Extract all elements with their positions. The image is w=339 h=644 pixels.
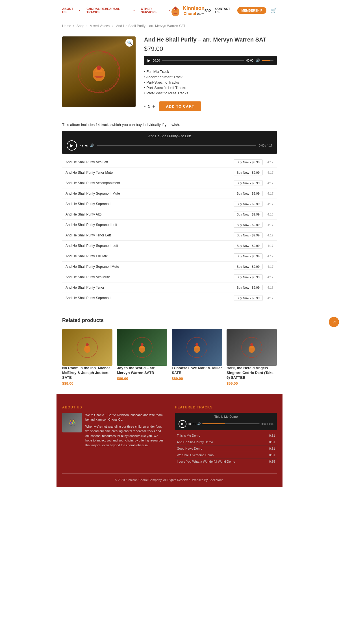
magnify-button[interactable]: 🔍 [125, 39, 133, 47]
buy-now-button[interactable]: Buy Now - $9.99 [234, 232, 263, 238]
track-duration: 4:17 [266, 223, 273, 227]
track-name: And He Shall Purify Soprano II [66, 202, 234, 206]
add-to-cart-button[interactable]: ADD TO CART [159, 101, 201, 111]
membership-button[interactable]: MEMBERSHIP [237, 7, 266, 14]
footer-audio-player: This is Me Demo ▶ ⏮ ⏭ 🔊 0:00 / 0:31 [175, 413, 277, 430]
cart-icon[interactable]: 🛒 [271, 7, 277, 14]
footer-bottom: © 2020 Kinnison Choral Company. All Righ… [62, 473, 277, 482]
track-actions: Buy Now - $3.99 4:17 [234, 253, 273, 259]
footer-avatar: 👫 [62, 413, 82, 432]
quantity-decrease[interactable]: - [144, 104, 145, 109]
big-audio-player: And He Shall Purify Alto Left ▶ ⏮ ⏭ 🔊 0:… [62, 131, 277, 154]
buy-now-button[interactable]: Buy Now - $9.99 [234, 285, 263, 290]
play-button[interactable]: ▶ [147, 58, 151, 63]
track-row: And He Shall Purify Soprano II Buy Now -… [62, 199, 277, 209]
nav-choral[interactable]: CHORAL REHEARSAL TRACKS ▼ [86, 7, 135, 14]
related-product-image [172, 329, 222, 366]
product-logo-overlay: KINNISON CHORAL CO. • THE WORLD NEEDS YO… [76, 49, 121, 94]
footer-track-row: We Shall Overcome Demo 0:31 [175, 452, 277, 458]
nav-other[interactable]: OTHER SERVICES ▼ [141, 7, 171, 14]
buy-now-button[interactable]: Buy Now - $3.99 [234, 253, 263, 259]
track-name: And He Shall Purify Alto Left [66, 160, 234, 164]
track-duration: 4:18 [266, 286, 273, 289]
volume-icon[interactable]: 🔊 [256, 58, 260, 62]
footer-time: 0:00 / 0:31 [261, 423, 273, 425]
quantity-increase[interactable]: + [152, 104, 155, 109]
buy-now-button[interactable]: Buy Now - $9.99 [234, 180, 263, 186]
track-name: And He Shall Purify Soprano II Mute [66, 192, 234, 195]
nav-left: ABOUT US ▼ CHORAL REHEARSAL TRACKS ▼ OTH… [62, 7, 170, 14]
big-play-button[interactable]: ▶ [67, 140, 77, 151]
features-list: Full Mix Track Accompaniment Track Part-… [144, 69, 277, 96]
related-product-item[interactable]: Hark, the Herald Angels Sing-arr. Cedric… [227, 329, 277, 386]
track-row: And He Shall Purify Alto Left Buy Now - … [62, 157, 277, 167]
track-name: And He Shall Purify Tenor Left [66, 233, 234, 237]
track-duration: 4:17 [266, 296, 273, 300]
progress-bar[interactable] [162, 60, 244, 61]
footer-track-name: We Shall Overcome Demo [177, 453, 214, 457]
big-volume-icon[interactable]: 🔊 [90, 143, 94, 147]
related-product-item[interactable]: I Choose Love-Mark A. Miller SATB $89.00 [172, 329, 222, 386]
track-row: And He Shall Purify Tenor Left Buy Now -… [62, 230, 277, 241]
breadcrumb-sep2: › [86, 24, 88, 28]
footer-volume[interactable]: 🔊 [197, 422, 201, 425]
footer-track-name: This is Me Demo [177, 434, 200, 437]
breadcrumb-sep3: › [112, 24, 114, 28]
buy-now-button[interactable]: Buy Now - $9.99 [234, 264, 263, 269]
feature-2: Accompaniment Track [144, 74, 277, 80]
track-duration: 4:17 [266, 254, 273, 258]
track-row: And He Shall Purify Alto Mute Buy Now - … [62, 272, 277, 282]
related-product-item[interactable]: No Room in the Inn- Michael McElroy & Jo… [62, 329, 112, 386]
buy-now-button[interactable]: Buy Now - $9.99 [234, 170, 263, 175]
track-duration: 4:17 [266, 234, 273, 237]
buy-now-button[interactable]: Buy Now - $9.99 [234, 212, 263, 217]
big-player-title: And He Shall Purify Alto Left [67, 134, 272, 138]
footer-track-duration: 0:31 [269, 453, 275, 457]
quantity-control: - 1 + [144, 104, 155, 109]
breadcrumb-home[interactable]: Home [62, 24, 71, 28]
buy-now-button[interactable]: Buy Now - $9.99 [234, 159, 263, 165]
product-image: KINNISON CHORAL CO. • THE WORLD NEEDS YO… [62, 36, 136, 107]
track-name: And He Shall Purify Soprano I Left [66, 223, 234, 227]
logo-bird-icon [170, 3, 181, 18]
footer-track-duration: 0:35 [269, 460, 275, 463]
feature-5: Part-Specific Mute Tracks [144, 90, 277, 96]
next-icon[interactable]: ⏭ [85, 143, 88, 147]
product-title: And He Shall Purify – arr. Mervyn Warren… [144, 36, 277, 43]
nav-faq[interactable]: FAQ [205, 9, 211, 12]
track-actions: Buy Now - $9.99 4:17 [234, 243, 273, 249]
track-actions: Buy Now - $9.99 4:17 [234, 264, 273, 269]
related-product-price: $89.00 [117, 377, 167, 381]
buy-now-button[interactable]: Buy Now - $9.99 [234, 274, 263, 280]
footer-prev[interactable]: ⏮ [188, 422, 191, 425]
related-logo-icon [76, 336, 99, 359]
track-name: And He Shall Purify Alto Mute [66, 275, 234, 279]
track-duration: 4:17 [266, 244, 273, 247]
prev-icon[interactable]: ⏮ [80, 143, 83, 147]
breadcrumb-shop[interactable]: Shop [77, 24, 84, 28]
nav-contact[interactable]: CONTACT US [215, 7, 233, 14]
buy-now-button[interactable]: Buy Now - $9.99 [234, 191, 263, 196]
footer-about: ABOUT US 👫 We're Charlie + Carrie Kinnis… [62, 405, 164, 465]
track-duration: 4:17 [266, 171, 273, 174]
related-logo-icon [186, 336, 208, 359]
time-end: 00:00 [246, 59, 253, 62]
breadcrumb-mixed[interactable]: Mixed Voices [90, 24, 110, 28]
footer-progress[interactable] [202, 423, 260, 424]
site-logo[interactable]: Kinnison Choral Co.™ [170, 3, 205, 18]
buy-now-button[interactable]: Buy Now - $9.99 [234, 243, 263, 249]
navigation: ABOUT US ▼ CHORAL REHEARSAL TRACKS ▼ OTH… [56, 0, 282, 21]
track-actions: Buy Now - $9.99 4:17 [234, 295, 273, 301]
big-progress-bar[interactable] [97, 145, 256, 146]
breadcrumb: Home › Shop › Mixed Voices › And He Shal… [56, 21, 282, 31]
track-row: And He Shall Purify Soprano I Left Buy N… [62, 220, 277, 230]
buy-now-button[interactable]: Buy Now - $9.99 [234, 295, 263, 301]
footer-play-button[interactable]: ▶ [179, 420, 186, 428]
footer-next[interactable]: ⏭ [193, 422, 195, 425]
volume-bar[interactable] [262, 60, 273, 61]
related-product-price: $99.00 [227, 381, 277, 386]
buy-now-button[interactable]: Buy Now - $9.99 [234, 201, 263, 207]
buy-now-button[interactable]: Buy Now - $9.99 [234, 222, 263, 228]
nav-about[interactable]: ABOUT US ▼ [62, 7, 81, 14]
related-product-item[interactable]: Joy to the World – arr. Mervyn Warren SA… [117, 329, 167, 386]
